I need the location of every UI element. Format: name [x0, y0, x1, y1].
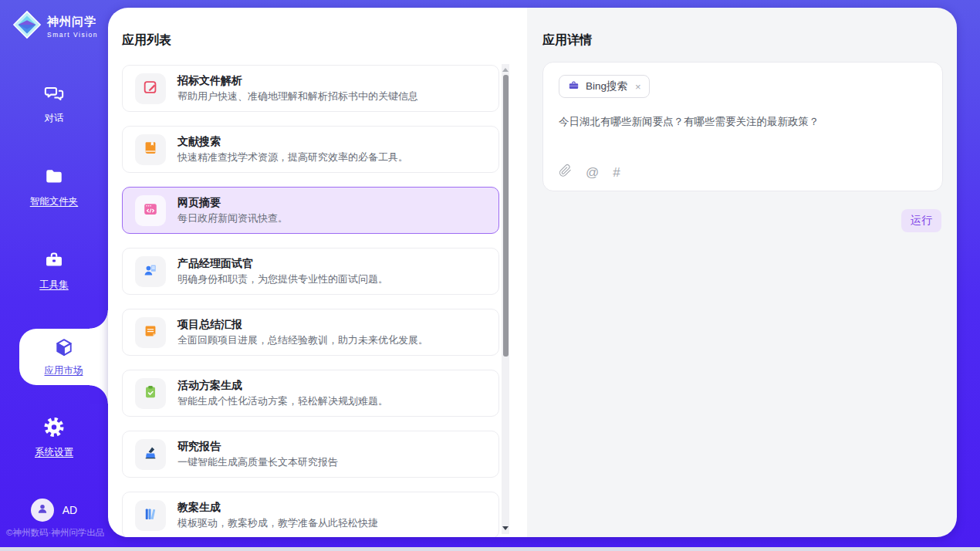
app-card-title: 项目总结汇报: [177, 318, 428, 331]
app-detail-title: 应用详情: [542, 32, 592, 49]
app-card-title: 研究报告: [177, 440, 338, 453]
app-list-scrollbar[interactable]: [502, 64, 509, 534]
app-card-desc: 全面回顾项目进展，总结经验教训，助力未来优化发展。: [177, 334, 428, 346]
sidebar-item-smart-folder[interactable]: 智能文件夹: [0, 167, 108, 208]
mention-icon[interactable]: @: [586, 166, 599, 179]
sidebar-item-toolbox[interactable]: 工具集: [0, 250, 108, 292]
app-card-title: 产品经理面试官: [177, 257, 388, 270]
app-card-title: 活动方案生成: [177, 379, 388, 392]
books-icon: [142, 505, 159, 526]
brand-name: 神州问学: [47, 15, 98, 29]
app-card-pm-interviewer[interactable]: 产品经理面试官 明确身份和职责，为您提供专业性的面试问题。: [122, 248, 499, 295]
ink-pen-icon: [142, 445, 159, 465]
paperclip-icon[interactable]: [559, 164, 572, 181]
brand-logo: 神州问学 Smart Vision: [12, 10, 98, 42]
sidebar-item-label: 系统设置: [0, 446, 108, 459]
app-card-title: 文献搜索: [177, 135, 408, 148]
icon-tile: [135, 134, 166, 165]
note-icon: [142, 323, 159, 343]
cube-icon: [52, 347, 76, 360]
run-button[interactable]: 运行: [901, 209, 941, 232]
app-card-desc: 每日政府新闻资讯快查。: [177, 212, 288, 225]
sidebar-item-settings[interactable]: 系统设置: [0, 417, 108, 459]
avatar: [31, 499, 54, 522]
sidebar-item-chat[interactable]: 对话: [0, 83, 108, 125]
app-card-desc: 快速精准查找学术资源，提高研究效率的必备工具。: [177, 151, 408, 164]
input-toolbar: @ #: [559, 164, 620, 181]
hash-icon[interactable]: #: [613, 166, 620, 179]
diamond-logo-icon: [12, 10, 42, 42]
gear-icon: [43, 427, 65, 440]
sidebar-item-label: 智能文件夹: [0, 195, 108, 208]
icon-tile: [135, 256, 166, 287]
app-card-desc: 智能生成个性化活动方案，轻松解决规划难题。: [177, 395, 388, 407]
icon-tile: [135, 73, 166, 104]
edit-square-icon: [142, 79, 159, 99]
app-card-event-plan[interactable]: 活动方案生成 智能生成个性化活动方案，轻松解决规划难题。: [122, 370, 499, 417]
app-card-desc: 明确身份和职责，为您提供专业性的面试问题。: [177, 273, 388, 286]
app-list-panel: 应用列表 招标文件解析 帮助用户快速、准确地理解和解析招标书中的关键信息: [108, 8, 527, 537]
sidebar-item-app-market[interactable]: 应用市场: [19, 329, 108, 385]
person-icon: [35, 501, 50, 519]
book-icon: [142, 140, 159, 160]
app-card-project-summary[interactable]: 项目总结汇报 全面回顾项目进展，总结经验教训，助力未来优化发展。: [122, 309, 499, 356]
sidebar-item-label: 对话: [0, 112, 108, 125]
toolbox-icon: [43, 259, 65, 272]
brand-subtitle: Smart Vision: [47, 31, 98, 39]
icon-tile: [135, 439, 166, 470]
scroll-up-arrow-icon[interactable]: [502, 68, 509, 72]
sidebar-item-label: 应用市场: [19, 364, 108, 377]
active-bubble-fillet-bottom: [90, 385, 108, 404]
user-name: AD: [63, 504, 77, 516]
icon-tile: [135, 195, 166, 226]
app-card-desc: 帮助用户快速、准确地理解和解析招标书中的关键信息: [177, 90, 418, 103]
sidebar-item-label: 工具集: [0, 279, 108, 292]
browser-code-icon: [142, 201, 159, 221]
brand-text: 神州问学 Smart Vision: [47, 15, 98, 39]
scrollbar-thumb[interactable]: [503, 75, 509, 357]
sidebar-footer: ©神州数码·神州问学出品: [6, 527, 104, 539]
folder-icon: [43, 176, 65, 189]
icon-tile: [135, 317, 166, 348]
active-bubble-fillet-top: [90, 310, 108, 329]
user-account[interactable]: AD: [0, 499, 108, 522]
clipboard-check-icon: [142, 384, 159, 404]
app-card-research-report[interactable]: 研究报告 一键智能生成高质量长文本研究报告: [122, 431, 499, 478]
app-card-title: 教案生成: [177, 501, 378, 514]
tool-chip-bing-search[interactable]: Bing搜索 ×: [559, 75, 650, 98]
tool-chip-label: Bing搜索: [586, 79, 627, 93]
main-window: 应用列表 招标文件解析 帮助用户快速、准确地理解和解析招标书中的关键信息: [108, 8, 957, 537]
chat-icon: [43, 93, 65, 106]
app-card-desc: 模板驱动，教案秒成，教学准备从此轻松快捷: [177, 517, 378, 529]
app-card-literature-search[interactable]: 文献搜索 快速精准查找学术资源，提高研究效率的必备工具。: [122, 126, 499, 173]
briefcase-icon: [567, 79, 580, 94]
prompt-card[interactable]: Bing搜索 × 今日湖北有哪些新闻要点？有哪些需要关注的最新政策？ @ #: [542, 62, 943, 191]
app-list-title: 应用列表: [122, 32, 171, 49]
app-card-desc: 一键智能生成高质量长文本研究报告: [177, 456, 338, 468]
app-card-title: 招标文件解析: [177, 74, 418, 87]
app-card-web-summary[interactable]: 网页摘要 每日政府新闻资讯快查。: [122, 187, 499, 234]
app-detail-panel: 应用详情 Bing搜索 × 今日湖北有哪些新闻要点？有哪些需要关注的最新政策？: [527, 8, 957, 537]
app-card-lesson-plan[interactable]: 教案生成 模板驱动，教案秒成，教学准备从此轻松快捷: [122, 492, 499, 537]
app-card-title: 网页摘要: [177, 196, 288, 209]
close-icon[interactable]: ×: [635, 81, 641, 93]
question-text[interactable]: 今日湖北有哪些新闻要点？有哪些需要关注的最新政策？: [559, 115, 927, 130]
interviewer-icon: [142, 262, 159, 282]
scroll-down-arrow-icon[interactable]: [502, 526, 509, 530]
app-list: 招标文件解析 帮助用户快速、准确地理解和解析招标书中的关键信息 文献搜索: [122, 65, 499, 537]
icon-tile: [135, 378, 166, 409]
app-card-tender-parse[interactable]: 招标文件解析 帮助用户快速、准确地理解和解析招标书中的关键信息: [122, 65, 499, 112]
icon-tile: [135, 500, 166, 531]
sidebar: 神州问学 Smart Vision 对话 智能文件夹 工具集: [0, 0, 108, 547]
